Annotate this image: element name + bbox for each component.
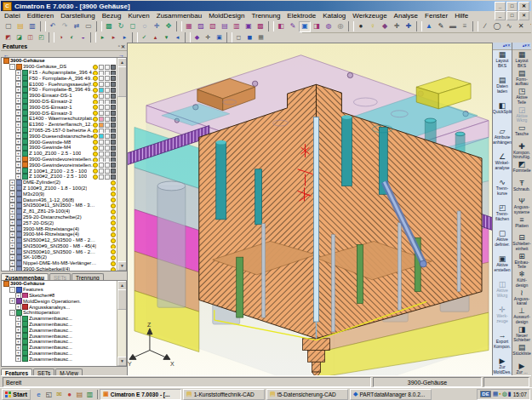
tree-row[interactable]: +SN3500#9_SN3500 - M8 - 45(4) <box>2 243 126 249</box>
up-icon[interactable]: ▴ <box>150 32 161 43</box>
datum-icon[interactable]: ◆ <box>192 32 203 43</box>
expander-icon[interactable]: + <box>15 139 21 145</box>
mold-cavity-icon[interactable]: ▧ <box>207 21 219 32</box>
sidebar-schraub-[interactable]: ŦSchraub. <box>512 179 531 197</box>
tree-row[interactable]: +Z 100#1_Z100 - 2.5 - 100 <box>2 168 126 174</box>
tree-row[interactable]: +F50 - Formplatte-B_396 496/ 76 <box>2 87 126 93</box>
expander-icon[interactable]: + <box>9 243 15 249</box>
tree-row[interactable]: +3900-M8-Ritzelstange(4) <box>2 226 126 231</box>
sidebar-quicksplit[interactable]: ◧QuickSplit <box>493 101 512 127</box>
expander-icon[interactable]: + <box>15 145 21 151</box>
tree-row[interactable]: +F15 - Aufspannplatte_396 496/ 36 <box>2 70 126 76</box>
expander-icon[interactable]: + <box>9 180 15 186</box>
expander-icon[interactable]: + <box>15 104 21 110</box>
tree-row[interactable]: +Z 100#3_Z100 - 1.8 - 100(2) <box>2 186 126 191</box>
new-icon[interactable]: ▢ <box>3 21 14 32</box>
expander-icon[interactable]: + <box>9 260 15 266</box>
sidebar-layout-bks[interactable]: ▦Layout BKS <box>493 50 512 76</box>
title-bar[interactable]: C Cimatron E 7.0030 - [3900 Gehäuse] _ □… <box>1 1 531 11</box>
tree-row[interactable]: +3900-DS-Einsatz-1 <box>2 104 126 110</box>
pick-ref-icon[interactable]: ▸ <box>119 32 130 43</box>
menu-werkzeuge[interactable]: Werkzeuge <box>349 12 390 20</box>
maximize-button[interactable]: □ <box>506 2 518 11</box>
expander-icon[interactable]: + <box>9 249 15 254</box>
expander-icon[interactable]: + <box>9 237 15 243</box>
sidebar-daten-laden[interactable]: ▤Daten laden <box>493 76 512 101</box>
sidebar-werk--zeuge[interactable]: ✛Werk- zeuge <box>493 306 512 331</box>
sidebar-winkel--analyse[interactable]: ∠Winkel- analyse <box>493 152 512 178</box>
zoom-all-icon[interactable]: ◌ <box>139 21 151 32</box>
menu-kurven[interactable]: Kurven <box>124 12 152 20</box>
tree-root[interactable]: 3900-Gehäuse <box>2 281 126 287</box>
menu-analyse[interactable]: Analyse <box>391 12 421 20</box>
explorer-icon[interactable]: ▤ <box>75 390 84 399</box>
minimize-button[interactable]: _ <box>495 2 506 11</box>
fit-icon[interactable]: ✥ <box>163 21 174 32</box>
tree-row[interactable]: +E1360 - Zentrierflansch_125/90x20 <box>2 122 126 128</box>
expander-icon[interactable]: + <box>15 327 21 333</box>
tree-row[interactable]: +Z 100#2_Z100 - 2.5 - 100 <box>2 174 126 180</box>
expander-icon[interactable]: - <box>9 64 15 70</box>
spline-icon[interactable]: ∿ <box>503 21 515 32</box>
blank-icon[interactable]: ◒ <box>77 32 89 43</box>
expander-icon[interactable]: + <box>15 304 21 310</box>
menu-katalog[interactable]: Katalog <box>319 12 349 20</box>
sidebar-aktive-erstellen[interactable]: ▣Aktive erstellen <box>493 254 512 280</box>
part-new-icon[interactable]: ◧ <box>275 21 287 32</box>
sel-face-icon[interactable]: ◪ <box>14 32 25 43</box>
mold-insert-icon[interactable]: ▤ <box>219 21 231 32</box>
tree-row[interactable]: +SN3500#11_SN3500 - M8 - 35(2) <box>2 203 126 209</box>
tray-update-icon[interactable]: ▪ <box>499 391 501 397</box>
sidebar-auswurf--design[interactable]: ⊥Auswurf- design <box>512 306 531 325</box>
sidebar-stückliste[interactable]: ▤Stückliste <box>512 343 531 362</box>
show-hide-icon[interactable]: ◑ <box>55 32 66 43</box>
line-icon[interactable]: ∕ <box>479 21 491 32</box>
task-kunststofftechnik[interactable]: ▤1-Kunststofftechnik-CAD <box>183 389 265 400</box>
expander-icon[interactable]: + <box>15 70 21 76</box>
ref-icon[interactable]: ◆ <box>379 21 391 32</box>
expander-icon[interactable]: + <box>15 339 21 345</box>
expander-icon[interactable]: + <box>15 99 21 105</box>
tree-row[interactable]: +Zusammenbausc... <box>2 322 126 328</box>
child-minimize-button[interactable]: _ <box>495 11 506 20</box>
menu-datei[interactable]: Datei <box>1 12 24 20</box>
tree-row[interactable]: -Schnittoperation <box>2 310 126 316</box>
column-header[interactable]: ▴▾✕ <box>493 43 512 50</box>
sidebar-aktive-wkzg[interactable]: ◲Aktive Wkzg <box>512 106 531 124</box>
expander-icon[interactable]: + <box>15 87 21 93</box>
visibility-bulb-icon[interactable] <box>111 267 116 271</box>
point-icon[interactable]: ● <box>355 21 367 32</box>
tree-row[interactable]: +E1400 - Waermeschutzplatte_446 4... <box>2 116 126 122</box>
zoom-window-icon[interactable]: ◻ <box>127 21 139 32</box>
sidebar-aktive-wkzg[interactable]: ◫Aktive Wkzg <box>493 280 512 306</box>
sidebar-anguss--kanal[interactable]: ≀Anguss- kanal <box>512 289 531 307</box>
tray-av-icon[interactable]: ◍ <box>502 391 507 397</box>
graphics-viewport[interactable]: Z X Y <box>127 43 494 380</box>
catalog-icon[interactable]: ◨ <box>311 21 323 32</box>
view-grid-icon[interactable]: ▦ <box>255 32 266 43</box>
undo-icon[interactable]: ↶ <box>47 21 59 32</box>
light-icon[interactable]: ♀ <box>367 21 379 32</box>
verify-icon[interactable]: ✓ <box>139 32 150 43</box>
pick-hi-icon[interactable]: ▸ <box>108 32 119 43</box>
expander-icon[interactable]: - <box>9 310 15 316</box>
side-icon[interactable]: ◂ <box>172 32 183 43</box>
expander-icon[interactable]: + <box>9 298 15 304</box>
tree-root[interactable]: 3900-Gehäuse <box>2 58 126 64</box>
sidebar-trenn--flächen[interactable]: ◰Trenn- flächen <box>493 203 512 229</box>
color-icon[interactable]: ▲ <box>423 21 435 32</box>
tree-row[interactable]: -Features <box>2 287 126 293</box>
ie-icon[interactable]: e <box>34 390 43 399</box>
open-icon[interactable]: ▤ <box>14 21 26 32</box>
snap-icon[interactable]: ✛ <box>391 21 403 32</box>
pen-icon[interactable]: ✎ <box>435 21 447 32</box>
expander-icon[interactable]: + <box>9 254 15 260</box>
expander-icon[interactable]: + <box>9 214 15 220</box>
axes-icon[interactable]: ✚ <box>403 21 415 32</box>
show-all-icon[interactable]: ◐ <box>66 32 77 43</box>
pin-icon[interactable]: ▫ <box>118 43 120 49</box>
menu-darstellung[interactable]: Darstellung <box>57 12 98 20</box>
tree-row[interactable]: +3900-Gewinde-M4 <box>2 145 126 151</box>
sidebar-layout-bks[interactable]: ▦Layout BKS <box>512 50 531 69</box>
expander-icon[interactable]: + <box>9 186 15 191</box>
